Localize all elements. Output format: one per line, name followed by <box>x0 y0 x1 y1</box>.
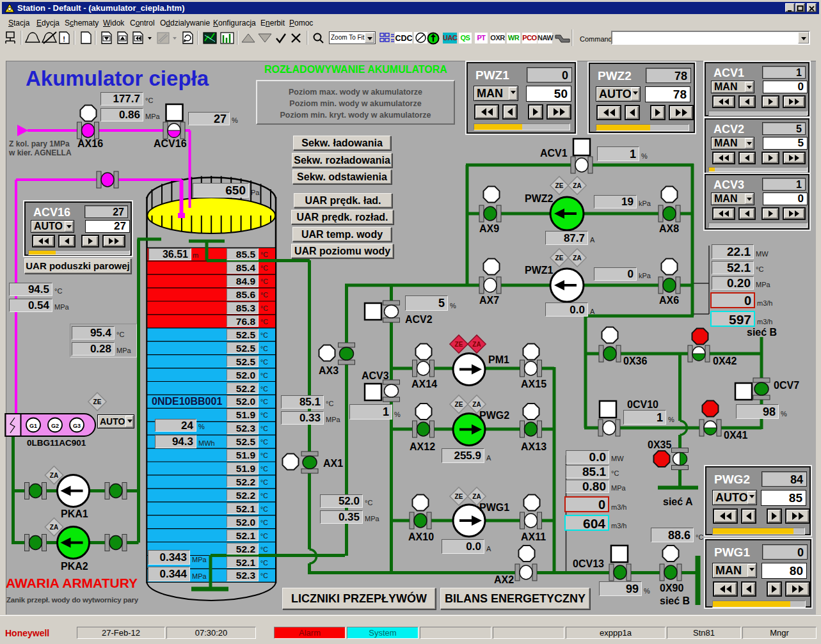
svg-text:ZE: ZE <box>455 493 463 500</box>
svg-text:ZE: ZE <box>555 182 564 189</box>
svg-text:ZA: ZA <box>472 401 481 408</box>
svg-text:ZE: ZE <box>455 341 463 348</box>
svg-text:ZE: ZE <box>555 255 564 262</box>
svg-text:G1: G1 <box>29 423 37 429</box>
svg-text:ZA: ZA <box>50 524 58 531</box>
svg-text:ZA: ZA <box>573 255 581 262</box>
svg-text:ZA: ZA <box>573 182 581 189</box>
svg-text:G3: G3 <box>73 423 81 429</box>
svg-text:ZE: ZE <box>93 398 102 405</box>
svg-text:G2: G2 <box>51 423 59 429</box>
svg-text:ZA: ZA <box>472 493 481 500</box>
svg-text:ZE: ZE <box>455 401 463 408</box>
svg-text:ZA: ZA <box>50 472 58 479</box>
svg-text:ZA: ZA <box>472 341 481 348</box>
